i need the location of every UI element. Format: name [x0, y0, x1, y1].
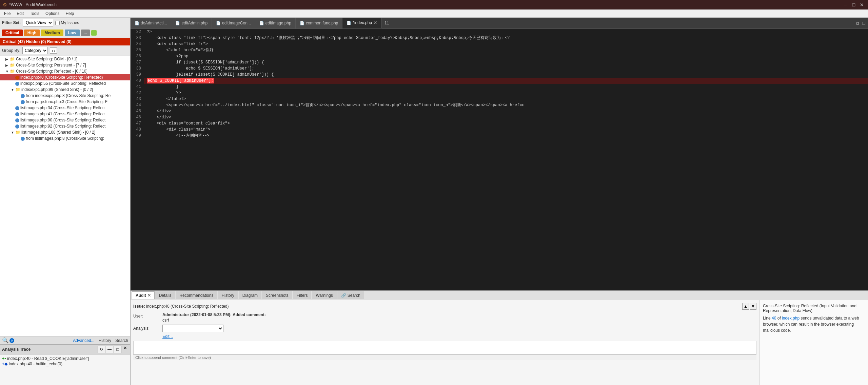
menu-help[interactable]: Help — [63, 11, 77, 17]
editor-tab-5[interactable]: 📄 common.func.php — [296, 18, 342, 28]
code-line-36: 36 <?php — [131, 53, 868, 59]
code-line-46: 46 </div> — [131, 114, 868, 120]
line-num-43: 43 — [131, 96, 144, 102]
low-severity-button[interactable]: Low — [65, 30, 80, 36]
line-content-47: <div class="content clearfix"> — [144, 120, 868, 127]
tree-item-9[interactable]: listImages.php:41 (Cross-Site Scripting:… — [0, 111, 130, 117]
menu-file[interactable]: File — [1, 11, 13, 17]
editor-maximize-btn[interactable]: □ — [861, 20, 867, 26]
code-line-45: 45 </div> — [131, 108, 868, 114]
more-severity-button[interactable]: ... — [81, 30, 90, 36]
trace-item-1-text[interactable]: index.php:40 - Read $_COOKIE['adminUser'… — [7, 356, 89, 361]
line-content-33: <div class="link fl"><span style="font: … — [144, 35, 868, 41]
tab-overflow[interactable]: 11 — [382, 19, 392, 27]
tree-arrow-2[interactable]: ▼ — [5, 70, 9, 73]
critical-severity-button[interactable]: Critical — [2, 30, 23, 36]
tree-item-5[interactable]: ▼📁indexexpc.php:99 (Shared Sink) - [0 / … — [0, 86, 130, 93]
tab-3-icon: 📄 — [216, 21, 221, 25]
audit-file-link[interactable]: index.php — [782, 316, 800, 321]
minimize-button[interactable]: ─ — [842, 1, 849, 8]
tree-item-8[interactable]: listImages.php:34 (Cross-Site Scripting:… — [0, 105, 130, 111]
tree-item-3[interactable]: index.php:40 (Cross-Site Scripting: Refl… — [0, 74, 130, 80]
my-issues-checkbox[interactable] — [55, 21, 60, 25]
tab-6-close[interactable]: ✕ — [373, 20, 377, 25]
tree-item-4[interactable]: indexpc.php:55 (Cross-Site Scripting: Re… — [0, 80, 130, 86]
tree-arrow-1[interactable]: ▶ — [5, 63, 9, 67]
line-num-36: 36 — [131, 53, 144, 59]
trace-close-icon[interactable]: ✕ — [122, 346, 128, 353]
tree-item-12[interactable]: ▼📁listImages.php:108 (Shared Sink) - [0 … — [0, 129, 130, 135]
audit-line-link[interactable]: 40 — [772, 316, 776, 321]
maximize-button[interactable]: □ — [850, 1, 857, 8]
editor-tab-3[interactable]: 📄 editImageCon... — [212, 18, 255, 28]
audit-prev-button[interactable]: ▲ — [742, 303, 749, 310]
audit-tab-filters[interactable]: Filters — [293, 291, 312, 299]
audit-tab-search[interactable]: 🔗 Search — [337, 291, 364, 299]
tree-arrow-5[interactable]: ▼ — [11, 88, 14, 92]
tree-arrow-12[interactable]: ▼ — [11, 131, 14, 134]
tree-item-2[interactable]: ▼📁Cross-Site Scripting: Reflected - [0 /… — [0, 68, 130, 74]
tree-item-1[interactable]: ▶📁Cross-Site Scripting: Persistent - [7 … — [0, 62, 130, 68]
trace-refresh-button[interactable]: ↻ — [98, 346, 105, 353]
search-icon-btn[interactable]: 🔍 0 — [2, 337, 14, 344]
highlighted-code: echo $_COOKIE['adminUser']; — [147, 78, 214, 83]
code-line-35: 35 <label href="#">你好 — [131, 47, 868, 53]
menu-tools[interactable]: Tools — [27, 11, 42, 17]
tree-item-0[interactable]: ▶📁Cross-Site Scripting: DOM - [0 / 1] — [0, 56, 130, 62]
comment-area[interactable] — [133, 341, 756, 354]
search-btn[interactable]: Search — [115, 338, 128, 343]
analysis-trace-content: +▪ index.php:40 - Read $_COOKIE['adminUs… — [0, 354, 130, 385]
line-num-49: 49 — [131, 133, 144, 139]
issues-tree[interactable]: ▶📁Cross-Site Scripting: DOM - [0 / 1]▶📁C… — [0, 56, 130, 336]
trace-minimize-button[interactable]: — — [106, 346, 113, 353]
audit-tab-audit[interactable]: Audit ✕ — [132, 291, 155, 299]
tree-item-13[interactable]: from listImages.php:8 (Cross-Site Script… — [0, 135, 130, 141]
audit-tab-screenshots[interactable]: Screenshots — [262, 291, 292, 299]
audit-tab-close[interactable]: ✕ — [147, 293, 151, 298]
tree-text-11: listImages.php:92 (Cross-Site Scripting:… — [20, 124, 105, 129]
trace-item-2-text[interactable]: index.php:40 - builtin_echo(0) — [9, 362, 62, 366]
my-issues-checkbox-label[interactable]: My Issues — [55, 20, 79, 25]
advanced-link[interactable]: Advanced... — [73, 338, 94, 343]
audit-form: User: Administrator (2022-01-08 5:23 PM)… — [133, 312, 756, 339]
tree-item-10[interactable]: listImages.php:90 (Cross-Site Scripting:… — [0, 117, 130, 123]
editor-tab-4[interactable]: 📄 editImage.php — [255, 18, 296, 28]
audit-tab-recommendations[interactable]: Recommendations — [176, 291, 217, 299]
history-btn[interactable]: History — [99, 338, 111, 343]
edit-link[interactable]: Edit... — [162, 334, 756, 339]
audit-tab-details[interactable]: Details — [155, 291, 175, 299]
tree-arrow-0[interactable]: ▶ — [5, 57, 9, 61]
tree-item-7[interactable]: from page.func.php:3 (Cross-Site Scripti… — [0, 99, 130, 105]
tree-icon-12: 📁 — [15, 130, 20, 135]
audit-tab-audit-label: Audit — [136, 293, 146, 298]
menu-edit[interactable]: Edit — [14, 11, 26, 17]
groupby-select[interactable]: Category — [22, 47, 48, 54]
audit-next-button[interactable]: ▼ — [750, 303, 756, 310]
bottom-nav-left: 🔍 0 — [2, 337, 14, 344]
editor-tab-2[interactable]: 📄 editAdmin.php — [171, 18, 212, 28]
editor-restore-btn[interactable]: ⧉ — [854, 20, 861, 27]
tree-icon-11 — [15, 124, 19, 129]
medium-severity-button[interactable]: Medium — [41, 30, 63, 36]
menu-options[interactable]: Options — [43, 11, 62, 17]
audit-issue-label: Issue: index.php:40 (Cross-Site Scriptin… — [133, 304, 229, 309]
tree-text-1: Cross-Site Scripting: Persistent - [7 / … — [16, 63, 86, 68]
analysis-select[interactable] — [162, 325, 223, 332]
sort-button[interactable]: ↕↓ — [50, 47, 57, 54]
audit-tab-history[interactable]: History — [218, 291, 238, 299]
high-severity-button[interactable]: High — [24, 30, 40, 36]
code-line-47: 47 <div class="content clearfix"> — [131, 120, 868, 127]
filter-set-select[interactable]: Quick View — [23, 19, 53, 26]
trace-maximize-button[interactable]: □ — [114, 346, 121, 353]
tree-icon-8 — [15, 105, 19, 110]
editor-tab-1[interactable]: 📄 doAdminActi... — [131, 18, 171, 28]
editor-tab-6[interactable]: 📄 *index.php ✕ — [342, 18, 382, 28]
audit-tab-diagram[interactable]: Diagram — [239, 291, 261, 299]
tree-item-11[interactable]: listImages.php:92 (Cross-Site Scripting:… — [0, 123, 130, 129]
tab-2-label: editAdmin.php — [181, 21, 208, 25]
tree-item-6[interactable]: from indexexpc.php:8 (Cross-Site Scripti… — [0, 93, 130, 99]
tree-icon-9 — [15, 112, 19, 116]
close-button[interactable]: ✕ — [859, 1, 865, 8]
audit-tab-warnings[interactable]: Warnings — [312, 291, 336, 299]
editor-tab-controls: ⧉ □ — [853, 20, 868, 27]
